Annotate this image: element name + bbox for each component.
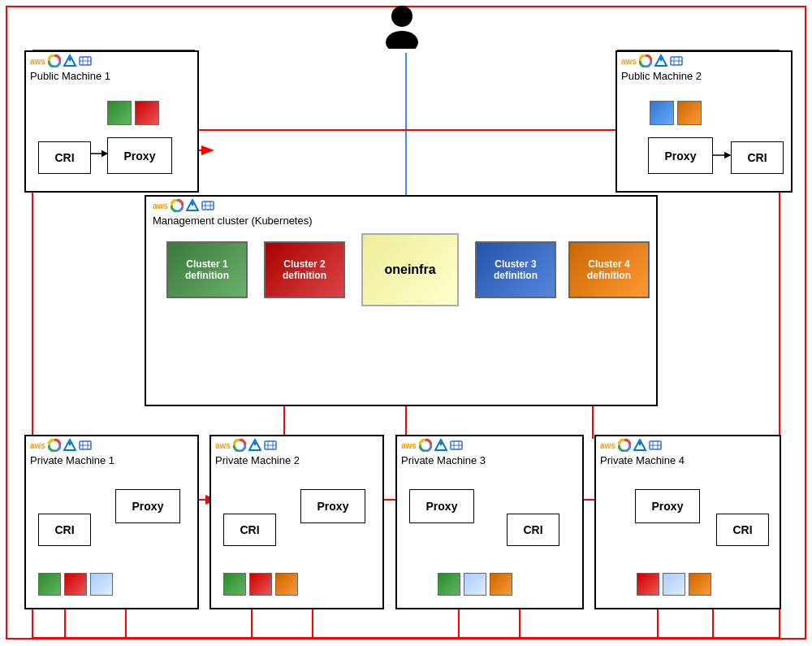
pm3-priv-cri: CRI bbox=[507, 514, 559, 546]
cluster4-def-box: Cluster 4definition bbox=[568, 241, 650, 298]
pm1-aws-icon: aws bbox=[30, 57, 45, 66]
pm2-gcp-icon bbox=[639, 54, 652, 67]
cluster3-def-box: Cluster 3definition bbox=[475, 241, 556, 298]
pm2-k8s-icon bbox=[670, 54, 683, 67]
private-machine-1-box: aws Private Machine 1 Proxy CRI bbox=[24, 435, 199, 609]
pm1-priv-cri: CRI bbox=[38, 514, 91, 546]
private-m3-label: Private Machine 3 bbox=[397, 454, 582, 466]
private-machine-3-box: aws Private Machine 3 Proxy CRI bbox=[395, 435, 584, 609]
private-machine-4-box: aws Private Machine 4 Proxy CRI bbox=[594, 435, 781, 609]
pm1-color-blocks bbox=[107, 101, 159, 125]
user-icon bbox=[382, 4, 422, 51]
cluster2-label: Cluster 2definition bbox=[283, 258, 326, 281]
pm4-priv-proxy: Proxy bbox=[635, 489, 700, 523]
cluster3-label: Cluster 3definition bbox=[494, 258, 538, 281]
pm2-proxy-cri-arrow bbox=[712, 147, 735, 163]
pm1-cri-box: CRI bbox=[38, 141, 91, 174]
pm2-proxy-box: Proxy bbox=[648, 137, 713, 174]
oneinfra-box: oneinfra bbox=[361, 233, 459, 306]
pm1-cri-proxy-arrow bbox=[91, 145, 111, 162]
mgmt-cloud-icons: aws bbox=[146, 197, 656, 215]
mgmt-label: Management cluster (Kubernetes) bbox=[146, 215, 656, 227]
pm4-priv-cri: CRI bbox=[716, 514, 769, 546]
pm1-block-green bbox=[107, 101, 132, 125]
private-machine-2-box: aws Private Machine 2 Proxy CRI bbox=[209, 435, 384, 609]
pm2-aws-icon: aws bbox=[621, 57, 637, 66]
public-machine-2-box: aws Public Machine 2 bbox=[615, 50, 793, 193]
private-m4-label: Private Machine 4 bbox=[596, 454, 780, 466]
pm2-priv-proxy: Proxy bbox=[300, 489, 365, 523]
pm1-k8s-icon bbox=[79, 54, 92, 67]
pm1-proxy-box: Proxy bbox=[107, 137, 172, 174]
pm1-block-red bbox=[135, 101, 159, 125]
svg-point-42 bbox=[386, 31, 418, 49]
pm2-azure-icon bbox=[654, 54, 667, 67]
svg-point-41 bbox=[391, 6, 412, 27]
pm2-label: Public Machine 2 bbox=[617, 70, 791, 82]
public-machine-1-box: aws Public Machine 1 bbox=[24, 50, 199, 193]
pm2-cri-box: CRI bbox=[731, 141, 784, 174]
management-cluster-box: aws Management cluster (Kubernetes) Clus… bbox=[145, 195, 658, 406]
pm1-label: Public Machine 1 bbox=[26, 70, 197, 82]
pm2-color-blocks bbox=[650, 101, 702, 125]
pm3-priv-proxy: Proxy bbox=[409, 489, 474, 523]
cluster1-label: Cluster 1definition bbox=[185, 258, 229, 281]
cluster1-def-box: Cluster 1definition bbox=[166, 241, 248, 298]
diagram: PM3 Proxy (red horizontal) --> PM4 Proxy… bbox=[0, 0, 812, 646]
cluster4-label: Cluster 4definition bbox=[587, 258, 631, 281]
cluster2-def-box: Cluster 2definition bbox=[264, 241, 345, 298]
pm1-gcp-icon bbox=[48, 54, 61, 67]
pm1-priv-proxy: Proxy bbox=[115, 489, 180, 523]
pm2-cloud-icons: aws bbox=[617, 52, 791, 70]
pm2-block-orange bbox=[677, 101, 702, 125]
pm1-azure-icon bbox=[63, 54, 76, 67]
pm1-cloud-icons: aws bbox=[26, 52, 197, 70]
private-m2-label: Private Machine 2 bbox=[211, 454, 382, 466]
pm2-block-blue bbox=[650, 101, 674, 125]
pm2-priv-cri: CRI bbox=[223, 514, 276, 546]
private-m1-label: Private Machine 1 bbox=[26, 454, 197, 466]
